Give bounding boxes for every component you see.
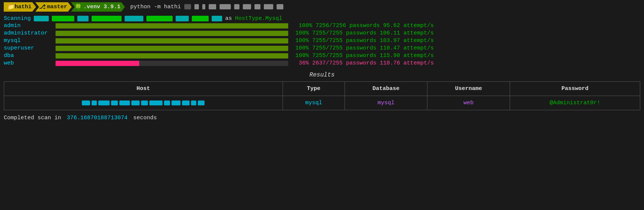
progress-bar-fill (56, 31, 288, 36)
scanning-label: Scanning (4, 15, 31, 22)
progress-bar-fill (56, 61, 139, 66)
col-username: Username (427, 82, 510, 96)
scanning-line: Scanning as HostType.Mysql (4, 15, 640, 22)
command-redacted-2 (194, 4, 199, 9)
host-redacted-cell (182, 100, 190, 105)
breadcrumb-venv: 🍀 .venv 3.9.1 (71, 2, 125, 12)
td-password: @Administrat0r! (510, 96, 640, 110)
host-redacted-5 (125, 16, 143, 21)
command-redacted-4 (209, 4, 216, 9)
venv-label: .venv 3.9.1 (83, 4, 120, 10)
col-password: Password (510, 82, 640, 96)
username-label: web (4, 60, 53, 66)
progress-bar-container (56, 23, 288, 28)
host-redacted-8 (192, 16, 209, 21)
progress-container: admin100% 7256/7256 passwords 95.62 atte… (4, 22, 640, 66)
username-label: administrator (4, 30, 53, 36)
progress-stats: 100% 7255/7255 passwords 103.97 attempt/… (291, 38, 434, 44)
table-row: mysqlmysqlweb@Administrat0r! (4, 96, 640, 110)
host-redacted-cell (82, 100, 90, 105)
command-redacted-5 (220, 4, 231, 9)
host-redacted-cell (119, 100, 130, 105)
host-redacted-cell (191, 100, 196, 105)
host-redacted-cell (92, 100, 97, 105)
progress-bar-fill (56, 23, 288, 28)
top-bar: 📁 hathi ⎇ master 🍀 .venv 3.9.1 python -m… (0, 0, 644, 14)
host-redacted-cell (141, 100, 148, 105)
command-redacted-8 (254, 4, 260, 9)
td-host (4, 96, 283, 110)
command-redacted-3 (202, 4, 205, 9)
command-redacted-10 (277, 4, 283, 9)
progress-stats: 100% 7255/7255 passwords 106.11 attempt/… (291, 30, 434, 36)
footer-text-before: Completed scan in (4, 115, 61, 121)
host-redacted-cell (172, 100, 181, 105)
col-host: Host (4, 82, 283, 96)
username-label: admin (4, 22, 53, 29)
content-area: Scanning as HostType.Mysql admin100% 725… (0, 14, 644, 125)
col-type: Type (283, 82, 345, 96)
progress-stats: 36% 2637/7255 passwords 110.76 attempt/s (291, 60, 434, 66)
host-redacted-cell (98, 100, 110, 105)
host-redacted-2 (52, 16, 74, 21)
host-redacted-cell (149, 100, 163, 105)
progress-row: superuser100% 7255/7255 passwords 110.47… (4, 45, 640, 51)
results-table: Host Type Database Username Password mys… (4, 81, 640, 110)
td-database: mysql (345, 96, 427, 110)
username-label: mysql (4, 38, 53, 44)
as-text: as (225, 15, 232, 22)
username-label: superuser (4, 45, 53, 51)
progress-row: mysql100% 7255/7255 passwords 103.97 att… (4, 38, 640, 44)
command-text: python -m hathi (130, 4, 283, 10)
results-tbody: mysqlmysqlweb@Administrat0r! (4, 96, 640, 110)
host-redacted-cell (164, 100, 170, 105)
footer-line: Completed scan in 376.16870188713074 sec… (4, 115, 640, 121)
td-username: web (427, 96, 510, 110)
progress-bar-fill (56, 53, 288, 58)
command-redacted-6 (234, 4, 239, 9)
host-redacted-7 (176, 16, 189, 21)
col-database: Database (345, 82, 427, 96)
td-type: mysql (283, 96, 345, 110)
breadcrumb-branch: ⎇ master (35, 2, 72, 12)
host-redacted-4 (92, 16, 122, 21)
progress-row: administrator100% 7255/7255 passwords 10… (4, 30, 640, 36)
progress-bar-container (56, 38, 288, 44)
folder-label: hathi (15, 4, 32, 10)
progress-row: dba100% 7255/7255 passwords 115.90 attem… (4, 52, 640, 59)
host-redacted-cell (198, 100, 205, 105)
breadcrumb-folder: 📁 hathi (4, 2, 36, 12)
host-redacted-1 (34, 16, 49, 21)
progress-bar-fill (56, 46, 288, 51)
branch-label: master (47, 4, 67, 10)
progress-bar-container (56, 46, 288, 51)
footer-duration: 376.16870188713074 (67, 115, 128, 121)
progress-stats: 100% 7255/7255 passwords 110.47 attempt/… (291, 45, 434, 51)
host-type: HostType.Mysql (235, 15, 282, 22)
progress-stats: 100% 7255/7255 passwords 115.90 attempt/… (291, 52, 434, 59)
host-redacted-6 (146, 16, 173, 21)
results-header: Results (4, 72, 640, 78)
folder-icon: 📁 (8, 3, 15, 10)
host-redacted-9 (212, 16, 222, 21)
footer-text-after: seconds (133, 115, 157, 121)
terminal-window: 📁 hathi ⎇ master 🍀 .venv 3.9.1 python -m… (0, 0, 644, 125)
progress-row: web36% 2637/7255 passwords 110.76 attemp… (4, 60, 640, 66)
command-redacted-7 (243, 4, 251, 9)
host-redacted-cell (131, 100, 140, 105)
progress-bar-container (56, 61, 288, 66)
username-label: dba (4, 52, 53, 59)
venv-icon: 🍀 (75, 3, 82, 10)
branch-icon: ⎇ (39, 3, 45, 10)
command-redacted-9 (264, 4, 273, 9)
command-redacted-1 (184, 4, 191, 9)
progress-row: admin100% 7256/7256 passwords 95.62 atte… (4, 22, 640, 29)
progress-bar-container (56, 31, 288, 36)
host-redacted-cell (111, 100, 118, 105)
progress-bar-fill (56, 38, 288, 44)
host-redacted-3 (77, 16, 89, 21)
progress-stats: 100% 7256/7256 passwords 95.62 attempt/s (291, 22, 434, 29)
table-header-row: Host Type Database Username Password (4, 82, 640, 96)
progress-bar-container (56, 53, 288, 58)
